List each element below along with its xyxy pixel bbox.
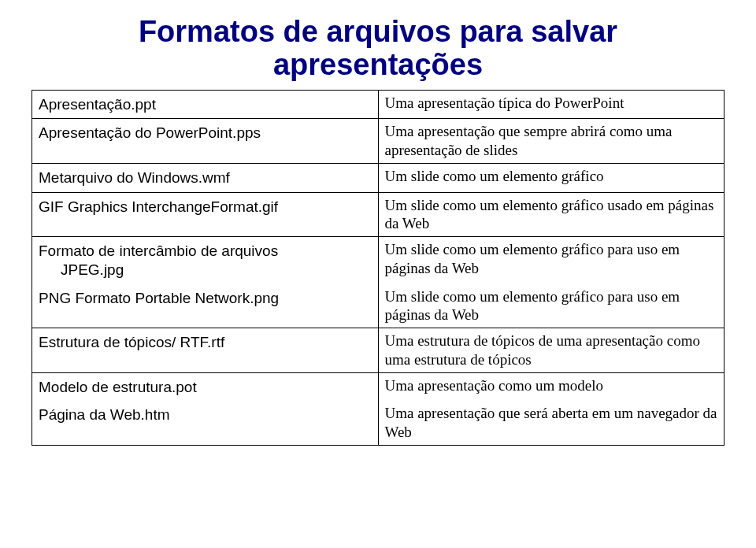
table-row: Modelo de estrutura.pot Uma apresentação…: [32, 372, 724, 401]
table-row: PNG Formato Portable Network.png Um slid…: [32, 284, 724, 328]
table-row: Apresentação do PowerPoint.pps Uma apres…: [32, 119, 724, 164]
format-name: Apresentação.ppt: [32, 90, 379, 119]
table-row: GIF Graphics InterchangeFormat.gif Um sl…: [32, 192, 724, 237]
format-name: Modelo de estrutura.pot: [32, 372, 379, 401]
format-description: Uma apresentação como um modelo: [378, 372, 724, 401]
format-name: Metarquivo do Windows.wmf: [32, 163, 379, 192]
format-name: Formato de intercâmbio de arquivos JPEG.…: [32, 237, 379, 284]
table-row: Metarquivo do Windows.wmf Um slide como …: [32, 163, 724, 192]
format-description: Um slide como um elemento gráfico para u…: [378, 237, 724, 284]
table-row: Formato de intercâmbio de arquivos JPEG.…: [32, 237, 724, 284]
format-name: Página da Web.htm: [32, 401, 379, 445]
format-description: Uma apresentação típica do PowerPoint: [378, 90, 724, 119]
format-name-line1: Formato de intercâmbio de arquivos: [39, 242, 372, 261]
table-row: Página da Web.htm Uma apresentação que s…: [32, 401, 724, 445]
format-description: Um slide como um elemento gráfico usado …: [378, 192, 724, 237]
table-row: Apresentação.ppt Uma apresentação típica…: [32, 90, 724, 119]
page-title: Formatos de arquivos para salvar apresen…: [32, 16, 724, 82]
format-description: Uma estrutura de tópicos de uma apresent…: [378, 328, 724, 373]
table-row: Estrutura de tópicos/ RTF.rtf Uma estrut…: [32, 328, 724, 373]
format-description: Um slide como um elemento gráfico: [378, 163, 724, 192]
format-description: Uma apresentação que sempre abrirá como …: [378, 119, 724, 164]
format-name: GIF Graphics InterchangeFormat.gif: [32, 192, 379, 237]
format-description: Um slide como um elemento gráfico para u…: [378, 284, 724, 328]
format-name: Apresentação do PowerPoint.pps: [32, 119, 379, 164]
format-name: Estrutura de tópicos/ RTF.rtf: [32, 328, 379, 373]
format-name: PNG Formato Portable Network.png: [32, 284, 379, 328]
format-description: Uma apresentação que será aberta em um n…: [378, 401, 724, 445]
formats-table: Apresentação.ppt Uma apresentação típica…: [32, 90, 724, 446]
format-name-line2: JPEG.jpg: [39, 261, 372, 280]
